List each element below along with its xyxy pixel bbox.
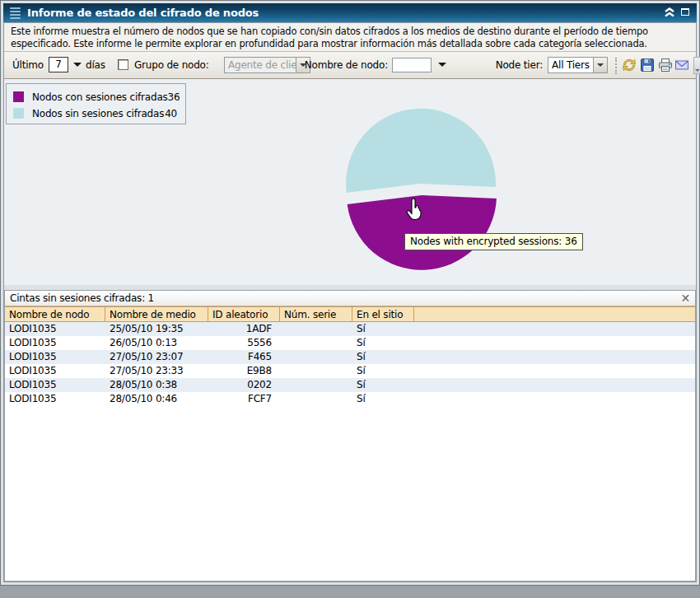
grip-icon — [10, 6, 21, 21]
table-row[interactable]: LODI1035 25/05/10 19:35 1ADF Sí — [5, 322, 695, 336]
node-group-select[interactable]: Agente de cliente — [224, 57, 310, 73]
toolbar-overflow-handle[interactable] — [693, 57, 700, 74]
table-row[interactable]: LODI1035 26/05/10 0:13 5556 Sí — [5, 336, 695, 350]
window-title: Informe de estado del cifrado de nodos — [27, 7, 259, 19]
table-header-row: Nombre de nodo Nombre de medio ID aleato… — [5, 306, 695, 322]
node-tier-label: Node tier: — [488, 59, 543, 71]
pie-slice-unencrypted[interactable] — [346, 109, 496, 193]
report-description: Este informe muestra el número de nodos … — [4, 23, 696, 52]
details-panel: Cintas sin sesiones cifradas: 1 ✕ Nombre… — [4, 290, 696, 582]
days-label: días — [86, 59, 105, 71]
node-group-checkbox[interactable] — [118, 59, 128, 70]
collapse-icon[interactable] — [664, 7, 675, 17]
report-window: Informe de estado del cifrado de nodos E… — [0, 0, 700, 586]
node-name-input[interactable] — [392, 58, 432, 72]
table-row[interactable]: LODI1035 27/05/10 23:07 F465 Sí — [5, 350, 695, 364]
window-content: Este informe muestra el número de nodos … — [3, 22, 697, 582]
node-name-label: Nombre de nodo: — [304, 59, 388, 71]
legend-label: Nodos con sesiones cifradas — [32, 91, 168, 103]
legend-item-unencrypted: Nodos sin sesiones cifradas 40 — [13, 105, 179, 121]
last-label: Último — [12, 59, 44, 71]
column-header-on-site[interactable]: En el sitio — [352, 307, 414, 321]
node-name-dropdown-arrow-icon[interactable] — [438, 63, 446, 67]
table-row[interactable]: LODI1035 27/05/10 23:33 E9B8 Sí — [5, 364, 695, 378]
save-icon[interactable] — [639, 57, 656, 73]
column-header-random-id[interactable]: ID aleatorio — [208, 307, 280, 321]
chart-tooltip: Nodes with encrypted sessions: 36 — [404, 233, 583, 250]
column-header-empty — [414, 307, 695, 321]
legend-swatch-unencrypted — [13, 108, 24, 119]
table-row[interactable]: LODI1035 28/05/10 0:38 0202 Sí — [5, 378, 695, 392]
column-header-serial-num[interactable]: Núm. serie — [280, 307, 352, 321]
legend-item-encrypted: Nodos con sesiones cifradas 36 — [13, 89, 179, 105]
node-tier-select[interactable]: All Tiers — [548, 57, 608, 73]
table-row[interactable]: LODI1035 28/05/10 0:46 FCF7 Sí — [5, 392, 695, 406]
titlebar[interactable]: Informe de estado del cifrado de nodos — [3, 3, 697, 22]
close-icon[interactable]: ✕ — [680, 292, 690, 304]
table-body: LODI1035 25/05/10 19:35 1ADF Sí LODI1035… — [5, 322, 695, 406]
maximize-icon[interactable] — [679, 7, 691, 17]
days-dropdown-arrow-icon[interactable] — [73, 63, 82, 67]
panel-header: Cintas sin sesiones cifradas: 1 ✕ — [5, 291, 695, 306]
column-header-media-name[interactable]: Nombre de medio — [105, 307, 208, 321]
legend-swatch-encrypted — [13, 91, 24, 102]
column-header-node-name[interactable]: Nombre de nodo — [5, 307, 105, 321]
panel-title: Cintas sin sesiones cifradas: 1 — [10, 292, 154, 304]
legend-label: Nodos sin sesiones cifradas — [32, 108, 164, 119]
toolbar: Último 7 días Grupo de nodo: Agente de c… — [4, 52, 696, 79]
print-icon[interactable] — [657, 57, 674, 73]
legend-value: 36 — [168, 91, 182, 103]
chart-legend: Nodos con sesiones cifradas 36 Nodos sin… — [6, 83, 186, 124]
node-tier-dropdown-arrow-icon[interactable] — [593, 58, 607, 72]
legend-value: 40 — [165, 108, 179, 119]
refresh-icon[interactable] — [621, 57, 637, 73]
chart-area: Nodos con sesiones cifradas 36 Nodos sin… — [4, 79, 696, 285]
email-icon[interactable] — [674, 57, 690, 73]
days-value-box[interactable]: 7 — [49, 57, 68, 72]
toolbar-separator — [615, 58, 617, 74]
node-group-label: Grupo de nodo: — [134, 59, 209, 71]
